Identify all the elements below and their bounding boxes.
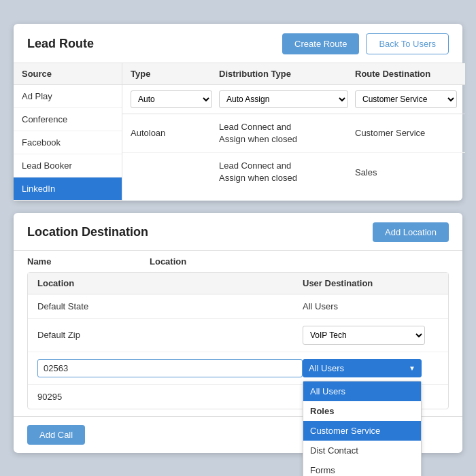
col-dist-header: Distribution Type	[219, 69, 355, 79]
dropdown-item-distcontact[interactable]: Dist Contact	[303, 441, 421, 460]
inner-table-row: Default State All Users	[28, 294, 448, 319]
inner-table-row: Default Zip VoIP Tech All Users	[28, 319, 448, 352]
top-card-title: Lead Route	[27, 37, 94, 51]
header-buttons: Create Route Back To Users	[282, 33, 449, 54]
zip-input[interactable]	[37, 359, 303, 377]
col-type-header: Type	[131, 69, 219, 79]
distribution-select[interactable]: Auto Assign Lead Connect and Assign when…	[219, 90, 348, 108]
sidebar-item-conference[interactable]: Conference	[14, 108, 122, 131]
sidebar-item-linkedin[interactable]: LinkedIn	[14, 177, 122, 201]
sidebar-item-leadbooker[interactable]: Lead Booker	[14, 154, 122, 177]
cell-dest: Customer Service	[355, 128, 457, 138]
create-route-button[interactable]: Create Route	[282, 33, 359, 54]
cell-dist: Lead Connect andAssign when closed	[219, 121, 355, 146]
dropdown-item-allusers[interactable]: All Users	[303, 381, 421, 401]
dropdown-selected-label: All Users	[309, 363, 344, 373]
inner-col-userdest-header: User Destination	[303, 278, 439, 288]
sidebar: Source Ad Play Conference Facebook Lead …	[14, 63, 122, 201]
location-default-state: Default State	[37, 301, 303, 311]
table-header-row: Type Distribution Type Route Destination	[122, 63, 465, 85]
inner-table: Location User Destination Default State …	[27, 272, 449, 409]
add-location-button[interactable]: Add Location	[373, 222, 449, 242]
cell-dest: Sales	[355, 167, 457, 177]
sidebar-item-adplay[interactable]: Ad Play	[14, 85, 122, 108]
top-card-body: Source Ad Play Conference Facebook Lead …	[14, 63, 462, 201]
bottom-col-name-header: Name	[27, 256, 150, 267]
table-row: Lead Connect andAssign when closed Sales	[122, 153, 465, 191]
bottom-col-location-header: Location	[150, 256, 449, 267]
table-row: Autoloan Lead Connect andAssign when clo…	[122, 114, 465, 153]
user-destination-dropdown-container: All Users ▼ All Users Roles Customer Ser…	[303, 359, 439, 377]
destination-select[interactable]: Customer Service Sales	[355, 90, 457, 108]
add-call-button[interactable]: Add Call	[27, 425, 85, 445]
dropdown-item-customerservice[interactable]: Customer Service	[303, 421, 421, 441]
bottom-card-title: Location Destination	[27, 225, 148, 239]
location-default-zip: Default Zip	[37, 330, 303, 340]
inner-col-location-header: Location	[37, 278, 303, 288]
back-to-users-button[interactable]: Back To Users	[366, 33, 449, 54]
dropdown-item-forms[interactable]: Forms	[303, 460, 421, 477]
location-90295: 90295	[37, 392, 303, 402]
dropdown-item-roles[interactable]: Roles	[303, 401, 421, 421]
chevron-down-icon: ▼	[409, 364, 415, 372]
top-card-header: Lead Route Create Route Back To Users	[14, 24, 462, 63]
dropdown-open-list: All Users Roles Customer Service Dist Co…	[303, 381, 422, 477]
dropdown-trigger[interactable]: All Users ▼	[303, 359, 422, 377]
sidebar-item-facebook[interactable]: Facebook	[14, 131, 122, 154]
userdest-all-users: All Users	[303, 301, 439, 311]
inner-table-row-input: All Users ▼ All Users Roles Customer Ser…	[28, 352, 448, 385]
voip-tech-select[interactable]: VoIP Tech All Users	[303, 326, 425, 345]
col-dest-header: Route Destination	[355, 69, 457, 79]
cell-dist: Lead Connect andAssign when closed	[219, 160, 355, 184]
top-card: Lead Route Create Route Back To Users So…	[14, 24, 462, 201]
bottom-card: Location Destination Add Location Name L…	[14, 213, 462, 453]
voip-select-container: VoIP Tech All Users	[303, 326, 439, 345]
table-filter-row: Auto Manual Auto Assign Lead Connect and…	[122, 85, 465, 114]
bottom-table: Name Location Location User Destination …	[14, 251, 462, 409]
cell-source: Autoloan	[131, 128, 219, 138]
bottom-card-header: Location Destination Add Location	[14, 213, 462, 251]
type-select[interactable]: Auto Manual	[131, 90, 212, 108]
route-table: Type Distribution Type Route Destination…	[122, 63, 465, 201]
bottom-table-header: Name Location	[14, 251, 462, 272]
inner-table-header: Location User Destination	[28, 273, 448, 294]
sidebar-header: Source	[14, 63, 122, 85]
